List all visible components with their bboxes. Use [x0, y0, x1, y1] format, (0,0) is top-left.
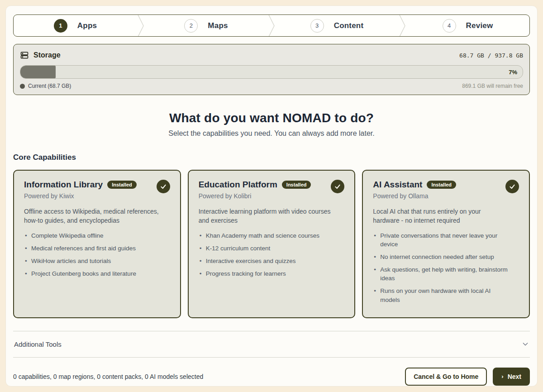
step-maps[interactable]: 2 Maps: [144, 15, 268, 36]
card-feature-list: Khan Academy math and science courses K-…: [199, 231, 345, 278]
current-usage-dot-icon: [20, 84, 25, 89]
next-button[interactable]: › Next: [493, 368, 530, 386]
step-number-badge: 1: [54, 19, 67, 33]
step-label: Maps: [208, 21, 228, 30]
card-description: Offline access to Wikipedia, medical ref…: [24, 207, 160, 225]
card-title: AI Assistant: [373, 180, 422, 190]
step-review[interactable]: 4 Review: [406, 15, 529, 36]
additional-tools-toggle[interactable]: Additional Tools: [13, 331, 530, 357]
step-separator-icon: [137, 15, 144, 36]
cancel-go-home-button[interactable]: Cancel & Go to Home: [405, 368, 487, 386]
storage-title: Storage: [33, 51, 61, 59]
step-number-badge: 3: [310, 19, 324, 33]
selected-check-icon[interactable]: [505, 180, 519, 193]
card-feature-list: Private conversations that never leave y…: [373, 231, 519, 304]
installed-badge: Installed: [282, 181, 311, 189]
storage-percent-label: 7%: [509, 69, 517, 76]
cancel-button-label: Cancel & Go to Home: [414, 373, 478, 380]
step-separator-icon: [399, 15, 406, 36]
installed-badge: Installed: [107, 181, 137, 189]
card-feature-item: Medical references and first aid guides: [24, 244, 160, 253]
step-label: Review: [466, 21, 493, 30]
powered-by-label: Powered by Kolibri: [199, 192, 311, 200]
card-title: Information Library: [24, 180, 103, 190]
selected-check-icon[interactable]: [331, 180, 344, 193]
card-feature-item: No internet connection needed after setu…: [373, 253, 509, 261]
card-information-library[interactable]: Information Library Installed Powered by…: [13, 170, 181, 318]
selected-check-icon[interactable]: [157, 180, 170, 193]
card-feature-item: Progress tracking for learners: [199, 269, 334, 278]
step-label: Apps: [77, 21, 97, 30]
setup-wizard-panel: 1 Apps 2 Maps 3 Content 4 Review: [5, 5, 538, 387]
card-ai-assistant[interactable]: AI Assistant Installed Powered by Ollama…: [362, 170, 530, 318]
powered-by-label: Powered by Kiwix: [24, 192, 137, 200]
chevron-right-icon: ›: [501, 373, 503, 379]
step-separator-icon: [268, 15, 275, 36]
capability-cards: Information Library Installed Powered by…: [13, 170, 530, 318]
card-title: Education Platform: [199, 180, 277, 190]
card-feature-item: Project Gutenberg books and literature: [24, 269, 160, 278]
powered-by-label: Powered by Ollama: [373, 192, 456, 200]
remaining-free-label: 869.1 GB will remain free: [462, 83, 523, 89]
card-feature-item: Complete Wikipedia offline: [24, 231, 160, 240]
storage-progress-bar: 7%: [20, 65, 523, 79]
step-label: Content: [334, 21, 364, 30]
page-subtitle: Select the capabilities you need. You ca…: [13, 129, 530, 138]
step-number-badge: 4: [443, 19, 456, 33]
card-education-platform[interactable]: Education Platform Installed Powered by …: [188, 170, 356, 318]
installed-badge: Installed: [427, 181, 456, 189]
step-content[interactable]: 3 Content: [275, 15, 399, 36]
selection-summary: 0 capabilities, 0 map regions, 0 content…: [13, 373, 203, 380]
step-number-badge: 2: [184, 19, 198, 33]
card-description: Local AI chat that runs entirely on your…: [373, 207, 509, 225]
wizard-stepper: 1 Apps 2 Maps 3 Content 4 Review: [13, 14, 530, 37]
storage-panel: Storage 68.7 GB / 937.8 GB 7% Current (6…: [13, 44, 530, 95]
card-feature-list: Complete Wikipedia offline Medical refer…: [24, 231, 170, 278]
card-description: Interactive learning platform with video…: [199, 207, 334, 225]
card-feature-item: Interactive exercises and quizzes: [199, 257, 334, 265]
additional-tools-label: Additional Tools: [14, 340, 62, 348]
storage-progress-fill: [20, 66, 56, 78]
step-apps[interactable]: 1 Apps: [14, 15, 137, 36]
card-feature-item: Ask questions, get help with writing, br…: [373, 265, 509, 282]
core-capabilities-heading: Core Capabilities: [13, 153, 530, 162]
current-usage-label: Current (68.7 GB): [28, 83, 71, 89]
card-feature-item: WikiHow articles and tutorials: [24, 257, 160, 265]
chevron-down-icon: [522, 340, 529, 348]
storage-usage-readout: 68.7 GB / 937.8 GB: [459, 52, 523, 59]
card-feature-item: Private conversations that never leave y…: [373, 231, 509, 249]
next-button-label: Next: [508, 373, 521, 380]
card-feature-item: Khan Academy math and science courses: [199, 231, 334, 240]
card-feature-item: Runs on your own hardware with local AI …: [373, 287, 509, 304]
card-feature-item: K-12 curriculum content: [199, 244, 334, 253]
page-title: What do you want NOMAD to do?: [13, 111, 530, 125]
storage-server-icon: [20, 51, 29, 60]
